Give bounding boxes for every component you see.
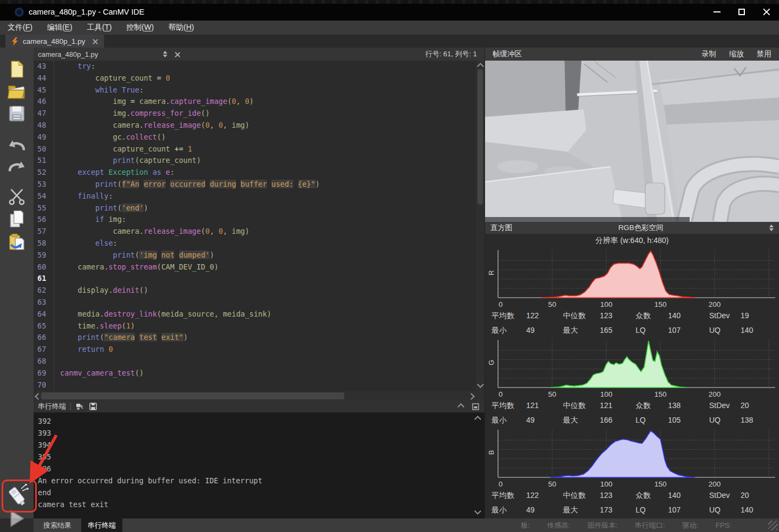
svg-text:200: 200 [709,480,721,488]
menu-file[interactable]: 文件(F) [8,23,32,32]
clear-terminal-icon[interactable] [75,403,84,411]
code-line-45[interactable]: 45 while True: [34,84,485,96]
channel-stats: 平均数121中位数121众数138StDev20最小49最大166LQ105UQ… [485,398,779,427]
scroll-up-icon[interactable] [477,63,484,70]
status-field: FPS: [716,521,731,529]
svg-text:100: 100 [600,480,613,488]
new-file-button[interactable] [9,61,25,78]
code-line-55[interactable]: 55 print('end') [34,202,485,214]
code-line-64[interactable]: 64 media.destroy_link(meida_source, meid… [34,308,485,320]
run-script-button[interactable] [10,510,25,529]
disable-button[interactable]: 禁用 [757,49,771,59]
terminal-dock-icon[interactable] [472,403,479,410]
close-button[interactable] [754,4,779,19]
colorspace-updown-icon[interactable] [769,225,774,231]
editor-close-icon[interactable] [174,51,180,57]
stat-value: 140 [668,308,709,323]
code-line-57[interactable]: 57 camera.release_image(0, 0, img) [34,226,485,238]
cut-button[interactable] [8,188,26,205]
serial-terminal-output[interactable]: 392393394395396An error occurred during … [34,412,485,518]
redo-button[interactable] [8,157,26,174]
code-line-69[interactable]: 69canmv_camera_test() [34,367,485,379]
code-line-49[interactable]: 49 gc.collect() [34,132,485,143]
line-number: 66 [34,332,54,344]
minimize-button[interactable] [704,4,729,19]
stat-value: 19 [741,308,779,323]
editor-horizontal-scrollbar[interactable] [34,391,485,400]
histogram-plot-R: 050100150200 [497,248,776,308]
svg-text:200: 200 [709,390,721,398]
code-line-68[interactable]: 68 [34,356,485,367]
code-line-65[interactable]: 65 time.sleep(1) [34,320,485,332]
code-line-52[interactable]: 52 except Exception as e: [34,167,485,179]
bottom-tab-serial-terminal[interactable]: 串行终端 [81,518,122,532]
stat-value: 122 [526,488,563,502]
menu-tools[interactable]: 工具(T) [87,23,112,32]
tab-close-icon[interactable] [92,38,98,44]
code-editor[interactable]: 43 try:44 capture_count = 045 while True… [34,61,485,391]
code-line-51[interactable]: 51 print(capture_count) [34,155,485,167]
split-updown-icon[interactable] [163,51,167,57]
line-number: 54 [34,191,54,202]
menu-edit[interactable]: 编辑(E) [47,23,73,32]
scroll-left-icon[interactable] [35,393,42,400]
histogram-channel-R: R050100150200平均数122中位数123众数140StDev19最小4… [485,248,779,338]
editor-vertical-scrollbar[interactable] [476,61,485,391]
code-line-56[interactable]: 56 if img: [34,214,485,226]
paste-button[interactable] [8,233,25,252]
stat-label: LQ [636,413,668,427]
menu-control[interactable]: 控制(W) [127,23,154,32]
code-line-44[interactable]: 44 capture_count = 0 [34,73,485,84]
code-line-62[interactable]: 62 display.deinit() [34,285,485,297]
svg-text:150: 150 [654,390,667,398]
code-line-46[interactable]: 46 img = camera.capture_image(0, 0) [34,96,485,108]
code-line-58[interactable]: 58 else: [34,238,485,249]
record-button[interactable]: 录制 [702,49,716,59]
copy-button[interactable] [8,210,25,228]
close-icon [763,8,770,16]
scroll-right-icon[interactable] [468,393,475,400]
tab-label: camera_480p_1.py [23,37,86,45]
undo-button[interactable] [8,136,26,153]
stat-label: StDev [709,488,741,502]
stat-label: LQ [636,503,668,517]
stat-value: 105 [668,413,709,427]
save-log-icon[interactable] [89,403,97,410]
terminal-line: camera test exit [38,498,485,510]
code-line-59[interactable]: 59 print('img not dumped') [34,249,485,261]
maximize-button[interactable] [729,4,754,19]
line-number: 44 [34,73,54,84]
stat-value: 166 [600,413,636,427]
bottom-tab-search-results[interactable]: 搜索结果 [37,518,78,532]
save-button[interactable] [8,105,25,122]
code-line-63[interactable]: 63 [34,297,485,308]
code-line-54[interactable]: 54 finally: [34,191,485,202]
resize-grip-icon[interactable] [768,521,778,530]
channel-stats: 平均数122中位数123众数140StDev19最小49最大165LQ107UQ… [485,308,779,337]
tab-camera-480p[interactable]: camera_480p_1.py [5,35,104,48]
open-file-button[interactable] [7,83,27,100]
code-line-66[interactable]: 66 print("camera test exit") [34,332,485,344]
canmv-ide-window: camera_480p_1.py - CanMV IDE 文件(F)编辑(E)工… [0,0,779,532]
stat-label: StDev [709,398,741,412]
stat-value: 123 [600,308,636,323]
colorspace-select[interactable]: RGB色彩空间 [618,223,663,233]
code-line-70[interactable]: 70 [34,379,485,391]
code-line-47[interactable]: 47 img.compress_for_ide() [34,108,485,120]
code-line-67[interactable]: 67 return 0 [34,344,485,356]
scroll-down-icon[interactable] [477,381,484,388]
terminal-title: 串行终端 [38,402,66,411]
code-line-50[interactable]: 50 capture_count += 1 [34,143,485,155]
stat-label: UQ [709,413,741,427]
line-number: 61 [34,273,54,285]
code-line-61[interactable]: 61 [34,273,485,285]
code-line-48[interactable]: 48 camera.release_image(0, 0, img) [34,120,485,132]
code-line-43[interactable]: 43 try: [34,61,485,73]
terminal-collapse-icon[interactable] [457,403,464,410]
zoom-button[interactable]: 缩放 [729,49,744,59]
terminal-line: end [38,487,485,498]
line-number: 45 [34,84,54,96]
menu-help[interactable]: 帮助(H) [168,23,194,32]
code-line-60[interactable]: 60 camera.stop_stream(CAM_DEV_ID_0) [34,261,485,273]
code-line-53[interactable]: 53 print(f"An error occurred during buff… [34,179,485,191]
